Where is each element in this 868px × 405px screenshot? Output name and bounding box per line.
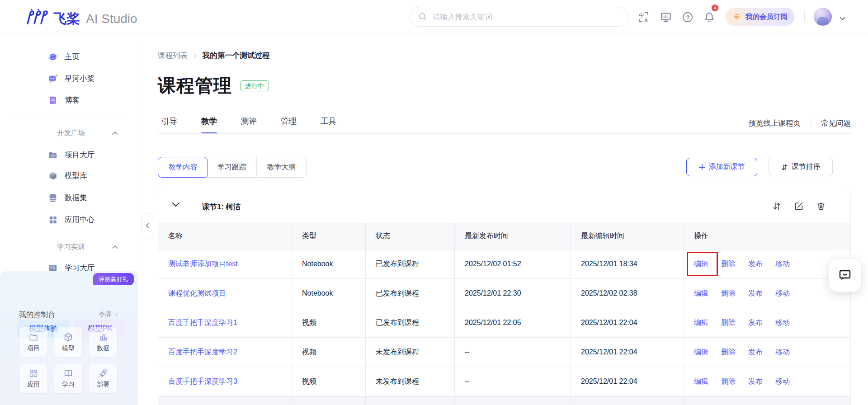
console-tile-models[interactable]: 模型 [54, 327, 83, 358]
table-row: 百度手把手深度学习3 视频 未发布到课程 -- 2025/12/01 22:04… [158, 367, 850, 396]
sidebar-item-datasets[interactable]: 数据集 [0, 187, 138, 209]
monitor-chart-icon[interactable] [660, 11, 672, 24]
table-header-row: 名称 类型 状态 最新发布时间 最新编辑时间 操作 [158, 223, 850, 250]
console-tile-projects[interactable]: 项目 [19, 327, 48, 358]
item-published-time: -- [455, 338, 571, 367]
tab-tools[interactable]: 工具 [321, 116, 336, 134]
user-avatar[interactable] [814, 8, 832, 26]
column-header: 最新编辑时间 [571, 223, 684, 249]
column-header: 类型 [292, 223, 366, 249]
sort-lessons-button[interactable]: 课节排序 [769, 158, 833, 176]
item-name-link[interactable]: 百度手把手深度学习3 [168, 377, 237, 386]
tab-evaluation[interactable]: 测评 [241, 116, 257, 134]
brand-logo[interactable]: 飞桨 AI Studio [26, 8, 137, 25]
sidebar-item-label: 应用中心 [65, 215, 94, 225]
faq-link[interactable]: 常见问题 [821, 118, 851, 128]
logo-suffix: AI Studio [86, 13, 137, 25]
item-type: 视频 [292, 308, 366, 337]
publish-action[interactable]: 发布 [748, 289, 763, 298]
add-lesson-button[interactable]: 添加新课节 [686, 158, 757, 176]
move-action[interactable]: 移动 [775, 259, 790, 269]
search-input[interactable] [433, 13, 620, 21]
sidebar-item-home[interactable]: 主页 [0, 46, 138, 68]
table-body: 测试老师添加项目test Notebook 已发布到课程 2025/12/02 … [158, 250, 850, 396]
subtab-syllabus[interactable]: 教学大纲 [257, 157, 306, 177]
chevron-down-icon[interactable] [836, 12, 849, 25]
edit-icon[interactable] [794, 201, 804, 212]
apps-outline-icon [28, 368, 38, 378]
console-tile-data[interactable]: 数据 [89, 327, 118, 358]
membership-button[interactable]: 我的会员订阅 [725, 8, 795, 26]
delete-action[interactable]: 删除 [721, 318, 736, 328]
help-icon[interactable]: ? [681, 11, 694, 24]
console-panel: 评测赢好礼 模型体验 模型PK 我的控制台 令牌 › 项目 模型 数据 [0, 271, 138, 405]
delete-action[interactable]: 删除 [721, 289, 736, 298]
collapse-chevron-icon[interactable] [172, 202, 180, 207]
edit-action[interactable]: 编辑 [694, 377, 708, 386]
move-action[interactable]: 移动 [775, 348, 790, 357]
tab-management[interactable]: 管理 [281, 116, 297, 134]
sidebar-item-model-library[interactable]: 模型库 [0, 165, 138, 187]
move-action[interactable]: 移动 [775, 377, 790, 386]
translate-icon[interactable]: 中 A [637, 11, 650, 24]
token-link[interactable]: 令牌 › [99, 310, 118, 319]
sidebar-item-projects-hall[interactable]: </> 项目大厅 [0, 144, 138, 166]
publish-action[interactable]: 发布 [748, 377, 763, 386]
planet-icon [48, 52, 58, 62]
item-edited-time: 2025/12/02 02:38 [571, 279, 684, 308]
bar-chart-icon [98, 332, 108, 342]
column-header: 名称 [158, 223, 292, 249]
edit-action[interactable]: 编辑 [694, 289, 708, 298]
move-action[interactable]: 移动 [775, 318, 790, 328]
chevron-left-icon [145, 223, 150, 228]
item-name-link[interactable]: 测试老师添加项目test [168, 259, 238, 269]
column-header: 操作 [684, 223, 850, 249]
publish-action[interactable]: 发布 [748, 348, 763, 357]
book-icon [63, 368, 73, 378]
item-name-link[interactable]: 课程优化测试项目 [168, 289, 226, 298]
item-type: 视频 [292, 338, 366, 367]
edit-action[interactable]: 编辑 [694, 318, 708, 328]
publish-action[interactable]: 发布 [748, 318, 763, 328]
sidebar-collapse-handle[interactable] [141, 212, 153, 239]
tabs-underline-divider [158, 133, 851, 134]
sidebar-section-dev[interactable]: 开发广场 [0, 122, 138, 144]
delete-action[interactable]: 删除 [721, 259, 736, 269]
sidebar-item-xinghe[interactable]: 星河小桨 [0, 68, 138, 89]
sidebar-section-learn[interactable]: 学习实训 [0, 236, 138, 258]
sidebar-item-blog[interactable]: 博客 [0, 89, 138, 111]
column-header: 最新发布时间 [455, 223, 571, 249]
item-name-link[interactable]: 百度手把手深度学习2 [168, 348, 237, 357]
publish-action[interactable]: 发布 [748, 259, 763, 269]
chat-support-button[interactable] [829, 259, 861, 292]
next-row-partial [158, 396, 850, 405]
breadcrumb-parent[interactable]: 课程列表 [158, 51, 188, 61]
sidebar-item-label: 项目大厅 [65, 150, 94, 160]
item-type: Notebook [292, 250, 366, 278]
item-published-time: 2025/12/01 22:30 [455, 279, 571, 308]
preview-course-link[interactable]: 预览线上课程页 [749, 118, 801, 128]
console-tile-learning[interactable]: 学习 [54, 363, 83, 394]
move-action[interactable]: 移动 [775, 289, 790, 298]
edit-action[interactable]: 编辑 [694, 259, 708, 269]
edit-action[interactable]: 编辑 [694, 348, 708, 357]
subtab-learning-tracking[interactable]: 学习跟踪 [208, 157, 257, 177]
folder-icon [28, 332, 38, 342]
item-edited-time: 2025/12/01 22:04 [571, 338, 684, 367]
delete-action[interactable]: 删除 [721, 348, 736, 357]
console-tile-deploy[interactable]: 部署 [89, 363, 118, 394]
item-name-link[interactable]: 百度手把手深度学习1 [168, 318, 237, 328]
reorder-icon[interactable] [772, 201, 782, 212]
subtab-teaching-content[interactable]: 教学内容 [158, 157, 208, 178]
sidebar-item-app-center[interactable]: 应用中心 [0, 209, 138, 231]
tab-teaching[interactable]: 教学 [201, 116, 217, 134]
trash-icon[interactable] [816, 201, 826, 212]
notifications-bell-icon[interactable] [703, 11, 716, 24]
chevron-up-icon [112, 131, 118, 135]
item-status: 已发布到课程 [366, 308, 455, 337]
delete-action[interactable]: 删除 [721, 377, 736, 386]
table-row: 课程优化测试项目 Notebook 已发布到课程 2025/12/01 22:3… [158, 279, 850, 308]
tab-guide[interactable]: 引导 [161, 116, 177, 134]
console-tile-apps[interactable]: 应用 [19, 363, 48, 394]
svg-text:</>: </> [51, 154, 55, 157]
